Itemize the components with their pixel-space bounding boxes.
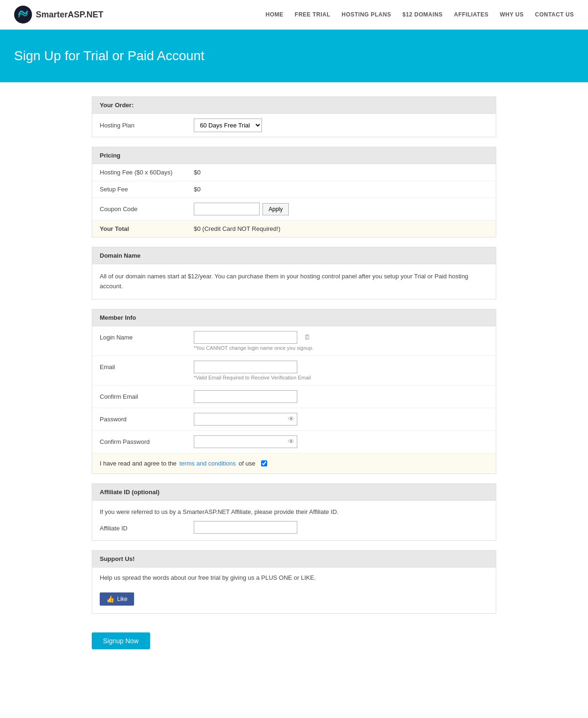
coupon-field-wrap: Apply (194, 203, 289, 215)
coupon-label: Coupon Code (100, 205, 194, 213)
coupon-input[interactable] (194, 203, 260, 215)
setup-fee-label: Setup Fee (100, 186, 194, 193)
navigation: SmarterASP.NET HOME FREE TRIAL HOSTING P… (0, 0, 588, 30)
nav-why-us[interactable]: WHY US (500, 11, 524, 18)
password-field-wrap: 👁 (194, 413, 297, 426)
nav-free-trial[interactable]: FREE TRIAL (295, 11, 331, 18)
domain-header: Domain Name (92, 247, 496, 264)
affiliate-header: Affiliate ID (optional) (92, 484, 496, 501)
your-order-section: Your Order: Hosting Plan 60 Days Free Tr… (92, 96, 496, 137)
confirm-email-label: Confirm Email (100, 390, 194, 400)
hosting-fee-value: $0 (194, 169, 200, 176)
confirm-password-field-wrap: 👁 (194, 435, 297, 448)
hosting-plan-label: Hosting Plan (100, 122, 194, 129)
thumb-icon: 👍 (106, 595, 114, 603)
support-description: Help us spread the words about our free … (92, 568, 496, 588)
support-section: Support Us! Help us spread the words abo… (92, 550, 496, 614)
email-label: Email (100, 361, 194, 371)
like-label: Like (117, 596, 127, 602)
login-name-label: Login Name (100, 331, 194, 341)
affiliate-id-label: Affiliate ID (100, 521, 194, 533)
password-label: Password (100, 413, 194, 423)
email-field-wrap: *Valid Email Required to Receive Verific… (194, 361, 311, 380)
logo[interactable]: SmarterASP.NET (14, 6, 103, 24)
total-label: Your Total (100, 225, 194, 232)
hosting-fee-label: Hosting Fee ($0 x 60Days) (100, 169, 194, 176)
your-order-header: Your Order: (92, 97, 496, 114)
affiliate-id-input[interactable] (194, 521, 297, 534)
confirm-password-label: Confirm Password (100, 435, 194, 445)
hosting-plan-row: Hosting Plan 60 Days Free Trial Basic Pl… (92, 114, 496, 137)
nav-domains[interactable]: $12 DOMAINS (402, 11, 443, 18)
password-toggle-icon[interactable]: 👁 (288, 415, 294, 423)
nav-hosting-plans[interactable]: HOSTING PLANS (342, 11, 391, 18)
terms-text-after: of use (238, 460, 255, 467)
total-value: $0 (Credit Card NOT Required!) (194, 225, 280, 232)
logo-text: SmarterASP.NET (36, 10, 103, 20)
like-button[interactable]: 👍 Like (100, 592, 134, 606)
confirm-email-field-wrap (194, 390, 297, 403)
main-content: Your Order: Hosting Plan 60 Days Free Tr… (82, 96, 506, 659)
login-name-hint: *You CANNOT change login name once you s… (194, 345, 313, 351)
affiliate-id-row: Affiliate ID (100, 516, 488, 534)
terms-checkbox[interactable] (261, 460, 267, 466)
password-row: Password 👁 (92, 408, 496, 431)
support-header: Support Us! (92, 551, 496, 568)
email-row: Email *Valid Email Required to Receive V… (92, 356, 496, 386)
login-name-input[interactable] (194, 331, 297, 344)
affiliate-description: If you were referred to us by a SmarterA… (92, 501, 496, 541)
password-input-wrap: 👁 (194, 413, 297, 426)
pricing-section: Pricing Hosting Fee ($0 x 60Days) $0 Set… (92, 147, 496, 237)
terms-text-before: I have read and agree to the (100, 460, 176, 467)
nav-home[interactable]: HOME (266, 11, 284, 18)
confirm-password-input[interactable] (194, 435, 297, 448)
login-name-icon: 🗓 (304, 333, 310, 341)
email-input[interactable] (194, 361, 297, 373)
signup-button[interactable]: Signup Now (92, 632, 150, 649)
affiliate-desc-text: If you were referred to us by a SmarterA… (100, 507, 488, 517)
member-info-header: Member Info (92, 309, 496, 326)
hero-title: Sign Up for Trial or Paid Account (14, 48, 574, 63)
apply-coupon-button[interactable]: Apply (262, 203, 289, 215)
nav-links: HOME FREE TRIAL HOSTING PLANS $12 DOMAIN… (266, 11, 574, 18)
signup-section: Signup Now (92, 623, 496, 659)
email-hint: *Valid Email Required to Receive Verific… (194, 375, 311, 380)
login-name-field-wrap: 🗓 *You CANNOT change login name once you… (194, 331, 313, 351)
terms-link[interactable]: terms and conditions (179, 460, 236, 467)
setup-fee-row: Setup Fee $0 (92, 181, 496, 198)
setup-fee-value: $0 (194, 186, 200, 193)
confirm-email-input[interactable] (194, 390, 297, 403)
confirm-password-toggle-icon[interactable]: 👁 (288, 438, 294, 445)
domain-section: Domain Name All of our domain names star… (92, 247, 496, 300)
hero-banner: Sign Up for Trial or Paid Account (0, 30, 588, 82)
password-input[interactable] (194, 413, 297, 426)
nav-affiliates[interactable]: AFFILIATES (454, 11, 488, 18)
confirm-password-input-wrap: 👁 (194, 435, 297, 448)
hosting-plan-value: 60 Days Free Trial Basic Plan Standard P… (194, 118, 262, 132)
pricing-header: Pricing (92, 147, 496, 164)
login-name-input-wrap: 🗓 (194, 331, 313, 344)
nav-contact-us[interactable]: CONTACT US (535, 11, 574, 18)
terms-row: I have read and agree to the terms and c… (92, 453, 496, 473)
member-info-section: Member Info Login Name 🗓 *You CANNOT cha… (92, 309, 496, 474)
login-name-row: Login Name 🗓 *You CANNOT change login na… (92, 326, 496, 356)
hosting-plan-select[interactable]: 60 Days Free Trial Basic Plan Standard P… (194, 118, 262, 132)
affiliate-section: Affiliate ID (optional) If you were refe… (92, 483, 496, 541)
total-row: Your Total $0 (Credit Card NOT Required!… (92, 221, 496, 237)
coupon-row: Coupon Code Apply (92, 198, 496, 221)
confirm-email-row: Confirm Email (92, 386, 496, 408)
confirm-password-row: Confirm Password 👁 (92, 431, 496, 453)
domain-description: All of our domain names start at $12/yea… (92, 264, 496, 299)
hosting-fee-row: Hosting Fee ($0 x 60Days) $0 (92, 164, 496, 181)
